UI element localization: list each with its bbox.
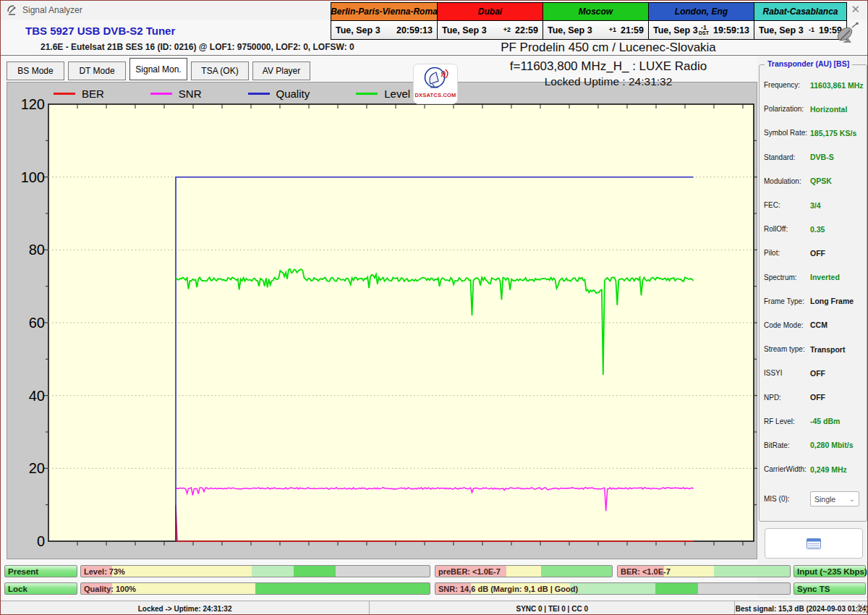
dxsatcs-logo-text: DXSATCS.COM	[414, 92, 456, 98]
field-value: 0,249 MHz	[810, 465, 847, 474]
field-value: 0.35	[810, 225, 825, 234]
tab-signal-mon[interactable]: Signal Mon.	[129, 58, 187, 80]
clock-date: Tue, Sep 3	[653, 25, 698, 35]
tuner-details: 21.6E - Eutelsat 21B SES 16 (ID: 0216) @…	[41, 42, 354, 52]
clock-value: 19:59:13	[713, 25, 749, 35]
field-value: CCM	[810, 321, 827, 329]
close-icon[interactable]: ✕	[851, 3, 860, 16]
transponder-list-button[interactable]	[765, 528, 863, 559]
tab-av-player[interactable]: AV Player	[252, 62, 310, 80]
field-label: Stream type:	[764, 345, 810, 353]
dxsatcs-logo-icon	[421, 66, 450, 93]
signal-chart-panel: BERSNRQualityLevel 020406080100120	[7, 82, 757, 559]
field-label: RF Level:	[764, 417, 810, 425]
clock-value: 21:59	[621, 25, 644, 35]
ber-bar: BER: <1.0E-7	[617, 565, 791, 577]
transponder-row-polarization: Polarization:Horizontal	[759, 97, 867, 121]
satellite-dish-icon	[7, 4, 18, 16]
clock-time-dubai: Tue, Sep 3+222:59	[438, 21, 542, 39]
locked-uptime-title: Locked Uptime : 24:31:32	[406, 75, 811, 88]
clock-utc-offset: +2	[503, 27, 511, 33]
field-value: Long Frame	[810, 297, 854, 305]
app-window: Signal Analyzer ✕ TBS 5927 USB DVB-S2 Tu…	[0, 0, 868, 615]
chevron-down-icon: ⌄	[849, 495, 855, 503]
y-axis-label: 100	[9, 169, 45, 185]
level-label: Level: 73%	[84, 567, 125, 576]
field-label: Code Mode:	[764, 321, 810, 329]
quality-bar: Quality: 100%	[80, 582, 430, 595]
transponder-row-bitrate: BitRate:0,280 Mbit/s	[759, 433, 867, 457]
transponder-fields: Frequency:11603,861 MHzPolarization:Hori…	[759, 73, 867, 511]
transponder-row-spectrum: Spectrum:Inverted	[759, 266, 867, 289]
transponder-row-standard: Standard:DVB-S	[759, 145, 867, 169]
clock-city-moscow: Moscow	[543, 3, 648, 20]
dxsatcs-logo: DXSATCS.COM	[413, 64, 458, 104]
signal-history-chart	[34, 94, 765, 551]
field-label: Modulation:	[764, 177, 810, 185]
field-label: Frame Type:	[764, 297, 810, 305]
resize-grip[interactable]	[857, 604, 866, 613]
preber-bar: preBER: <1.0E-7	[435, 565, 613, 577]
clock-date: Tue, Sep 3	[548, 25, 592, 35]
sync-label: Sync TS	[797, 585, 830, 593]
clock-city-dubai: Dubai	[438, 3, 542, 20]
field-label: Symbol Rate:	[764, 129, 810, 137]
mode-tabs: BS ModeDT ModeSignal Mon.TSA (OK)AV Play…	[7, 58, 310, 80]
world-clock-panel: Berlin-Paris-Vienna-RomaDubaiMoscowLondo…	[331, 2, 847, 40]
statusbar-uptime: Locked -> Uptime: 24:31:32	[1, 601, 369, 615]
field-value: Transport	[810, 345, 845, 354]
window-title: Signal Analyzer	[22, 5, 82, 15]
clock-date: Tue, Sep 3	[336, 25, 380, 35]
tab-tsa-ok[interactable]: TSA (OK)	[191, 62, 249, 80]
field-value: Inverted	[810, 273, 840, 281]
field-value: OFF	[810, 369, 825, 378]
clock-value: 22:59	[515, 25, 538, 35]
transponder-row-modulation: Modulation:QPSK	[759, 169, 867, 193]
clock-city-london-eng: London, Eng	[649, 3, 754, 20]
transponder-row-issyi: ISSYIOFF	[759, 361, 867, 385]
field-value: 11603,861 MHz	[810, 81, 864, 90]
field-value: QPSK	[810, 177, 832, 185]
field-value: 0,280 Mbit/s	[810, 441, 854, 449]
input-label: Input (~235 Kbps)	[797, 567, 867, 576]
field-label: RollOff:	[764, 225, 810, 233]
clock-date: Tue, Sep 3	[759, 25, 804, 35]
transponder-row-code-mode: Code Mode:CCM	[759, 313, 867, 337]
transponder-row-frame-type: Frame Type:Long Frame	[759, 289, 867, 313]
status-bar: Locked -> Uptime: 24:31:32 SYNC 0 | TEI …	[1, 601, 868, 615]
statusbar-sync-counters: SYNC 0 | TEI 0 | CC 0	[369, 601, 734, 615]
clock-time-moscow: Tue, Sep 3+121:59	[543, 21, 648, 39]
tab-bs-mode[interactable]: BS Mode	[7, 62, 64, 80]
clock-utc-offset: +1	[609, 27, 616, 33]
clock-value: 20:59:13	[396, 25, 433, 35]
field-label: Standard:	[764, 153, 810, 161]
snr-label: SNR: 14,6 dB (Margin: 9,1 dB | Good)	[438, 585, 578, 593]
snr-bar: SNR: 14,6 dB (Margin: 9,1 dB | Good)	[435, 582, 791, 595]
transponder-row-carrierwidth: CarrierWidth:0,249 MHz	[759, 457, 867, 481]
mis-dropdown[interactable]: Single⌄	[810, 491, 859, 506]
offset-value: -1	[809, 27, 814, 33]
clock-utc-offset: -1	[809, 27, 814, 33]
sync-indicator: Sync TS	[793, 582, 866, 595]
y-axis-label: 120	[9, 96, 45, 112]
y-axis-label: 60	[9, 315, 45, 331]
present-label: Present	[8, 567, 38, 576]
field-value: 3/4	[810, 201, 821, 210]
preber-label: preBER: <1.0E-7	[438, 567, 501, 576]
transponder-row-symbol-rate: Symbol Rate:185,175 KS/s	[759, 121, 867, 145]
field-value: DVB-S	[810, 153, 834, 161]
y-axis-label: 80	[9, 242, 45, 258]
transponder-row-pilot: Pilot:OFF	[759, 241, 867, 265]
transponder-row-mis: MIS (0):Single⌄	[759, 487, 867, 511]
transponder-row-rf-level: RF Level:-45 dBm	[759, 410, 867, 433]
clock-city-rabat-casablanca: Rabat-Casablanca	[754, 3, 846, 20]
field-label: Polarization:	[764, 105, 810, 113]
field-label: CarrierWidth:	[764, 465, 810, 473]
tab-dt-mode[interactable]: DT Mode	[68, 62, 126, 80]
field-value: Horizontal	[810, 105, 847, 114]
field-value: OFF	[810, 393, 825, 402]
header-separator	[1, 55, 867, 56]
transponder-row-rolloff: RollOff:0.35	[759, 217, 867, 241]
present-indicator: Present	[4, 565, 77, 577]
transponder-row-fec: FEC:3/4	[759, 193, 867, 217]
